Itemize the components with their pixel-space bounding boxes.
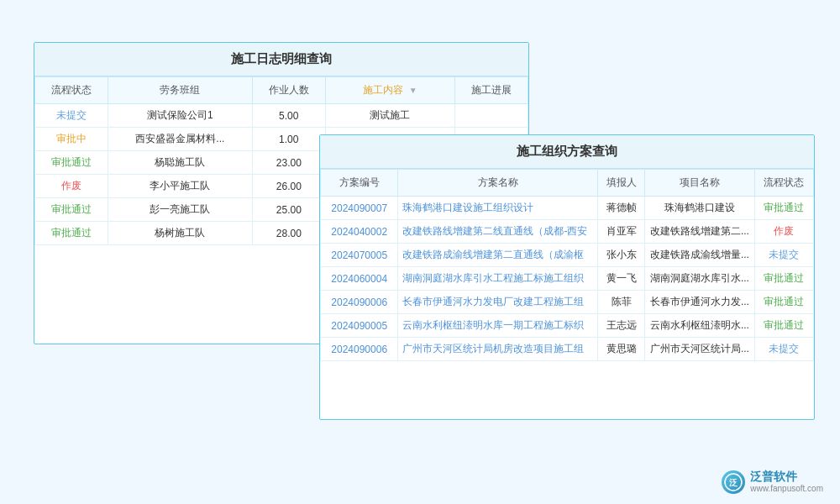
plan-cell-project: 珠海鹤港口建设	[645, 197, 755, 220]
plan-cell-project: 广州市天河区统计局...	[645, 338, 755, 361]
log-cell-workers: 26.00	[252, 175, 325, 198]
log-cell-workers: 28.00	[252, 222, 325, 245]
log-cell-team: 西安盛器金属材料...	[108, 128, 252, 151]
plan-table-row: 2024090005 云南水利枢纽溙明水库一期工程施工标织 王志远 云南水利枢纽…	[321, 314, 814, 338]
log-col-content[interactable]: 施工内容 ▼	[325, 77, 454, 104]
plan-table-row: 2024090007 珠海鹤港口建设施工组织设计 蒋德帧 珠海鹤港口建设 审批通…	[321, 197, 814, 220]
plan-cell-name[interactable]: 广州市天河区统计局机房改造项目施工组	[398, 338, 598, 361]
plan-cell-status: 未提交	[754, 338, 813, 361]
plan-cell-code[interactable]: 2024060004	[321, 267, 398, 291]
plan-cell-status: 审批通过	[754, 314, 813, 338]
log-cell-team: 彭一亮施工队	[108, 198, 252, 222]
sort-icon: ▼	[409, 86, 417, 95]
plan-panel: 施工组织方案查询 方案编号 方案名称 填报人 项目名称 流程状态 2024090…	[319, 134, 815, 420]
logo-sub-text: www.fanpusoft.com	[750, 484, 823, 494]
plan-cell-status: 审批通过	[754, 267, 813, 291]
plan-cell-code[interactable]: 2024090005	[321, 314, 398, 338]
plan-cell-project: 云南水利枢纽溙明水...	[645, 314, 755, 338]
plan-cell-code[interactable]: 2024090007	[321, 197, 398, 220]
plan-cell-name[interactable]: 云南水利枢纽溙明水库一期工程施工标织	[398, 314, 598, 338]
log-cell-team: 李小平施工队	[108, 175, 252, 198]
plan-panel-title: 施工组织方案查询	[320, 135, 814, 169]
log-col-team: 劳务班组	[108, 77, 252, 104]
plan-col-code: 方案编号	[321, 170, 398, 197]
log-cell-team: 杨聪施工队	[108, 151, 252, 175]
plan-cell-project: 湖南洞庭湖水库引水...	[645, 267, 755, 291]
plan-cell-code[interactable]: 2024090006	[321, 338, 398, 361]
plan-cell-reporter: 王志远	[598, 314, 645, 338]
plan-col-project: 项目名称	[645, 170, 755, 197]
log-cell-team: 杨树施工队	[108, 222, 252, 245]
log-panel-title: 施工日志明细查询	[34, 43, 528, 76]
plan-cell-code[interactable]: 2024070005	[321, 244, 398, 267]
plan-cell-reporter: 蒋德帧	[598, 197, 645, 220]
plan-col-reporter: 填报人	[598, 170, 645, 197]
plan-table-row: 2024070005 改建铁路成渝线增建第二直通线（成渝枢 张小东 改建铁路成渝…	[321, 244, 814, 267]
plan-cell-status: 审批通过	[754, 291, 813, 314]
plan-table-row: 2024090006 广州市天河区统计局机房改造项目施工组 黄思璐 广州市天河区…	[321, 338, 814, 361]
log-cell-status: 审批通过	[35, 198, 108, 222]
log-cell-workers: 23.00	[252, 151, 325, 175]
log-col-progress: 施工进展	[455, 77, 528, 104]
plan-cell-reporter: 黄一飞	[598, 267, 645, 291]
plan-cell-status: 作废	[754, 220, 813, 244]
plan-cell-name[interactable]: 改建铁路成渝线增建第二直通线（成渝枢	[398, 244, 598, 267]
log-cell-workers: 5.00	[252, 104, 325, 128]
plan-cell-project: 改建铁路成渝线增量...	[645, 244, 755, 267]
log-cell-content: 测试施工	[325, 104, 454, 128]
plan-cell-status: 审批通过	[754, 197, 813, 220]
plan-cell-project: 改建铁路线增建第二...	[645, 220, 755, 244]
log-cell-workers: 25.00	[252, 198, 325, 222]
plan-col-status: 流程状态	[754, 170, 813, 197]
plan-col-name: 方案名称	[398, 170, 598, 197]
log-cell-status: 审批中	[35, 128, 108, 151]
log-cell-status: 审批通过	[35, 222, 108, 245]
log-cell-team: 测试保险公司1	[108, 104, 252, 128]
plan-cell-reporter: 张小东	[598, 244, 645, 267]
plan-cell-code[interactable]: 2024040002	[321, 220, 398, 244]
plan-table-row: 2024090006 长春市伊通河水力发电厂改建工程施工组 陈菲 长春市伊通河水…	[321, 291, 814, 314]
plan-cell-reporter: 陈菲	[598, 291, 645, 314]
plan-table-row: 2024040002 改建铁路线增建第二线直通线（成都-西安 肖亚军 改建铁路线…	[321, 220, 814, 244]
logo-text-block: 泛普软件 www.fanpusoft.com	[750, 470, 823, 494]
log-col-workers: 作业人数	[252, 77, 325, 104]
plan-cell-status: 未提交	[754, 244, 813, 267]
log-table-row: 未提交 测试保险公司1 5.00 测试施工	[35, 104, 528, 128]
log-cell-status: 审批通过	[35, 151, 108, 175]
log-cell-status: 未提交	[35, 104, 108, 128]
plan-cell-reporter: 黄思璐	[598, 338, 645, 361]
plan-cell-reporter: 肖亚军	[598, 220, 645, 244]
plan-cell-name[interactable]: 改建铁路线增建第二线直通线（成都-西安	[398, 220, 598, 244]
log-cell-workers: 1.00	[252, 128, 325, 151]
plan-cell-name[interactable]: 珠海鹤港口建设施工组织设计	[398, 197, 598, 220]
plan-table: 方案编号 方案名称 填报人 项目名称 流程状态 2024090007 珠海鹤港口…	[320, 169, 814, 361]
plan-cell-name[interactable]: 长春市伊通河水力发电厂改建工程施工组	[398, 291, 598, 314]
logo-area: 泛 泛普软件 www.fanpusoft.com	[722, 470, 823, 494]
plan-cell-name[interactable]: 湖南洞庭湖水库引水工程施工标施工组织	[398, 267, 598, 291]
plan-cell-code[interactable]: 2024090006	[321, 291, 398, 314]
svg-text:泛: 泛	[729, 478, 738, 487]
plan-cell-project: 长春市伊通河水力发...	[645, 291, 755, 314]
fanpu-logo-svg: 泛	[724, 473, 743, 491]
log-col-status: 流程状态	[35, 77, 108, 104]
logo-main-text: 泛普软件	[750, 470, 823, 484]
plan-table-row: 2024060004 湖南洞庭湖水库引水工程施工标施工组织 黄一飞 湖南洞庭湖水…	[321, 267, 814, 291]
logo-icon: 泛	[722, 470, 745, 494]
log-cell-status: 作废	[35, 175, 108, 198]
log-cell-progress	[455, 104, 528, 128]
